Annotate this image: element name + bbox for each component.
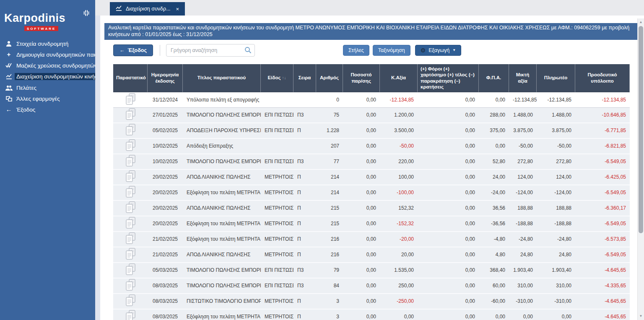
- sidebar-item-label: Πελάτες: [16, 85, 36, 91]
- column-header-taxes[interactable]: (+) Φόροι (+) χαρτόσημο (+) τέλος (–) πα…: [418, 64, 479, 92]
- cell-prog: -12.134,85: [575, 92, 630, 108]
- vertical-scrollbar[interactable]: ▲ ▼: [637, 18, 644, 320]
- cell-date: 27/01/2025: [148, 108, 183, 123]
- cell-fpa: 52,80: [479, 154, 509, 170]
- cell-document: [113, 232, 148, 247]
- cell-seira: Π: [293, 201, 316, 216]
- cell-title: ΠΙΣΤΩΤΙΚΟ ΤΙΜΟΛΟΓΙΟ ΕΜΠΟΡ/ΤΩΝ: [183, 294, 261, 310]
- search-input[interactable]: [166, 44, 255, 57]
- table-row[interactable]: 05/03/2025ΤΙΜΟΛΟΓΙΟ ΠΩΛΗΣΗΣ ΕΜΠΟΡΕΥΜΑΤΩΝ…: [113, 263, 630, 278]
- document-copy-icon[interactable]: [125, 310, 136, 320]
- cell-document: [113, 310, 148, 320]
- document-copy-icon[interactable]: [125, 232, 136, 246]
- cell-title: Εξόφληση του πελάτη ΜΕΤΡΗΤΑ: [183, 232, 261, 247]
- document-copy-icon[interactable]: [125, 154, 136, 169]
- table-row[interactable]: 31/12/2024Υπόλοιπα πελάτη εξ απογραφής00…: [113, 92, 630, 108]
- table-row[interactable]: 21/02/2025ΑΠΟΔ ΛΙΑΝΙΚΗΣ ΠΩΛΗΣΗΣΜΕΤΡΗΤΟΙΣ…: [113, 247, 630, 263]
- table-row[interactable]: 20/02/2025ΑΠΟΔ ΛΙΑΝΙΚΗΣ ΠΩΛΗΣΗΣΜΕΤΡΗΤΟΙΣ…: [113, 201, 630, 216]
- table-row[interactable]: 10/02/2025ΤΙΜΟΛΟΓΙΟ ΠΩΛΗΣΗΣ ΕΜΠΟΡΕΥΜΑΤΩΝ…: [113, 154, 630, 170]
- cell-seira: Π3: [293, 278, 316, 294]
- cell-date: 20/02/2025: [148, 170, 183, 185]
- table-row[interactable]: 20/02/2025Εξόφληση του πελάτη ΜΕΤΡΗΤΑΜΕΤ…: [113, 216, 630, 232]
- table-row[interactable]: 08/03/2025Εξόφληση του πελάτη ΜΕΤΡΗΤΑΜΕΤ…: [113, 310, 630, 320]
- column-header-net-value[interactable]: Κ.Αξία: [380, 64, 418, 92]
- cell-title: Εξόφληση του πελάτη ΜΕΤΡΗΤΑ: [183, 216, 261, 232]
- table-header: Παραστατικό Ημερομηνία έκδοσης Τίτλος πα…: [113, 64, 630, 92]
- column-header-issue-date[interactable]: Ημερομηνία έκδοσης: [148, 64, 183, 92]
- cell-title: ΑΠΟΔ ΛΙΑΝΙΚΗΣ ΠΩΛΗΣΗΣ: [183, 170, 261, 185]
- document-copy-icon[interactable]: [125, 185, 136, 200]
- column-header-title[interactable]: Τίτλος παραστατικού: [183, 64, 261, 92]
- scroll-up-icon[interactable]: ▲: [638, 19, 644, 25]
- cell-date: 10/02/2025: [148, 139, 183, 154]
- document-copy-icon[interactable]: [125, 294, 136, 308]
- table-row[interactable]: 27/01/2025ΤΙΜΟΛΟΓΙΟ ΠΩΛΗΣΗΣ ΕΜΠΟΡΕΥΜΑΤΩΝ…: [113, 108, 630, 123]
- cell-foroi: 0,00: [418, 278, 479, 294]
- column-header-running-balance[interactable]: Προοδευτικό υπόλοιπο: [575, 64, 630, 92]
- column-header-gross-value[interactable]: Μικτή αξία: [509, 64, 537, 92]
- cell-fpa: 0,00: [479, 310, 509, 320]
- cell-mikti: 1.903,40: [509, 263, 537, 278]
- sidebar-item-mass-charges[interactable]: Μαζικές χρεώσεις συνδρομητών: [0, 60, 95, 71]
- sidebar-item-subscriber-details[interactable]: Στοιχεία συνδρομητή: [0, 38, 95, 49]
- cell-mikti: 188,88: [509, 201, 537, 216]
- column-header-payable[interactable]: Πληρωτέο: [537, 64, 575, 92]
- document-copy-icon[interactable]: [125, 201, 136, 215]
- cell-seira: Π: [293, 310, 316, 320]
- document-copy-icon[interactable]: [125, 108, 136, 122]
- document-copy-icon[interactable]: [125, 216, 136, 231]
- document-copy-icon[interactable]: [125, 278, 136, 293]
- column-header-document[interactable]: Παραστατικό: [113, 64, 148, 92]
- table-row[interactable]: 08/03/2025ΠΙΣΤΩΤΙΚΟ ΤΙΜΟΛΟΓΙΟ ΕΜΠΟΡ/ΤΩΝΜ…: [113, 294, 630, 310]
- sort-button[interactable]: Ταξινόμηση: [373, 45, 410, 56]
- cell-seira: Π: [293, 232, 316, 247]
- cell-seira: Π: [293, 247, 316, 263]
- sidebar-item-exit[interactable]: ← Έξοδος: [0, 104, 95, 115]
- document-copy-icon[interactable]: [125, 170, 136, 184]
- export-button[interactable]: ⚙ Εξαγωγή ▼: [415, 45, 462, 56]
- arrow-left-icon: ←: [5, 106, 13, 113]
- table-row[interactable]: 20/02/2025ΑΠΟΔ ΛΙΑΝΙΚΗΣ ΠΩΛΗΣΗΣΜΕΤΡΗΤΟΙΣ…: [113, 170, 630, 185]
- column-header-withholding-pct[interactable]: Ποσοστό παρ/σης: [343, 64, 380, 92]
- columns-button[interactable]: Στήλες: [343, 45, 369, 56]
- cell-prog: -6.549,05: [575, 185, 630, 201]
- table-row[interactable]: 20/02/2025Εξόφληση του πελάτη ΜΕΤΡΗΤΑΜΕΤ…: [113, 185, 630, 201]
- sidebar-item-customers[interactable]: Πελάτες: [0, 82, 95, 93]
- table-row[interactable]: 10/02/2025Απόδειξη Είσπραξης2070,00-50,0…: [113, 139, 630, 154]
- cell-title: ΤΙΜΟΛΟΓΙΟ ΠΩΛΗΣΗΣ ΕΜΠΟΡΕΥΜΑΤΩΝ: [183, 108, 261, 123]
- cell-pososto: 0,00: [343, 294, 380, 310]
- cell-pososto: 0,00: [343, 201, 380, 216]
- users-icon: [5, 84, 13, 91]
- table-row[interactable]: 21/02/2025Εξόφληση του πελάτη ΜΕΤΡΗΤΑΜΕΤ…: [113, 232, 630, 247]
- scroll-down-icon[interactable]: ▼: [638, 313, 644, 319]
- column-header-series[interactable]: Σειρα: [293, 64, 316, 92]
- cell-prog: -4.645,65: [575, 310, 630, 320]
- table-row[interactable]: 08/03/2025ΤΙΜΟΛΟΓΙΟ ΠΩΛΗΣΗΣ ΕΜΠΟΡΕΥΜΑΤΩΝ…: [113, 278, 630, 294]
- sidebar-item-other-apps[interactable]: Άλλες εφαρμογές: [0, 93, 95, 104]
- column-header-number[interactable]: Αριθμός: [316, 64, 343, 92]
- cell-document: [113, 263, 148, 278]
- column-header-type[interactable]: Είδος↑↓: [261, 64, 293, 92]
- document-copy-icon[interactable]: [125, 93, 136, 107]
- cell-pososto: 0,00: [343, 123, 380, 139]
- document-copy-icon[interactable]: [125, 263, 136, 277]
- table-row[interactable]: 05/02/2025ΑΠΟΔΕΙΞΗ ΠΑΡΟΧΗΣ ΥΠΗΡΕΣΙΩΝΕΠΙ …: [113, 123, 630, 139]
- sidebar-item-create-packages[interactable]: + Δημιουργία συνδρομητικών πακέτων: [0, 49, 95, 60]
- cell-title: ΤΙΜΟΛΟΓΙΟ ΠΩΛΗΣΗΣ ΕΜΠΟΡΕΥΜΑΤΩΝ: [183, 154, 261, 170]
- sidebar-item-subscription-movements[interactable]: Διαχείριση συνδρομητικών κινήσεων: [0, 71, 95, 82]
- cell-date: 08/03/2025: [148, 278, 183, 294]
- scrollbar-thumb[interactable]: [639, 26, 643, 233]
- close-icon[interactable]: ×: [176, 6, 179, 12]
- collapse-sidebar-icon[interactable]: [83, 9, 90, 17]
- document-copy-icon[interactable]: [125, 139, 136, 153]
- cell-num: 215: [316, 201, 343, 216]
- cell-num: 0: [316, 92, 343, 108]
- document-copy-icon[interactable]: [125, 247, 136, 262]
- column-header-vat[interactable]: Φ.Π.Α.: [479, 64, 509, 92]
- exit-button[interactable]: ← Έξοδος: [113, 44, 153, 56]
- tab-subscription-movements[interactable]: Διαχείριση συνδρ... ×: [110, 2, 185, 16]
- search-icon[interactable]: [244, 47, 252, 55]
- cell-pliroteo: -124,00: [537, 185, 575, 201]
- cell-date: 08/03/2025: [148, 310, 183, 320]
- document-copy-icon[interactable]: [125, 123, 136, 138]
